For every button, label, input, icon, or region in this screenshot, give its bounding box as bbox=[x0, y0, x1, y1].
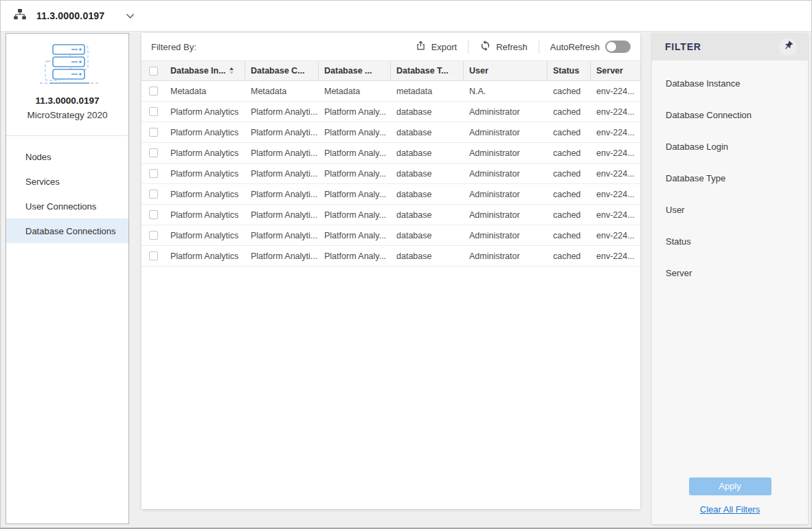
table-cell: Platform Analyti... bbox=[245, 184, 319, 204]
table-row[interactable]: MetadataMetadataMetadatametadataN.A.cach… bbox=[142, 81, 640, 102]
environment-title: 11.3.0000.0197 bbox=[36, 10, 104, 21]
column-header-database-t[interactable]: Database T... bbox=[391, 61, 464, 80]
filter-item-server[interactable]: Server bbox=[652, 257, 808, 289]
refresh-button[interactable]: Refresh bbox=[480, 40, 528, 54]
table-cell: Administrator bbox=[464, 184, 548, 204]
table-cell: Platform Analy... bbox=[319, 184, 391, 204]
table-cell: Metadata bbox=[319, 81, 391, 101]
sidebar-nav: NodesServicesUser ConnectionsDatabase Co… bbox=[6, 136, 128, 243]
table-cell: env-224... bbox=[591, 184, 640, 204]
table-cell: Platform Analy... bbox=[319, 205, 391, 225]
sidebar-item-user-connections[interactable]: User Connections bbox=[6, 194, 128, 218]
pin-button[interactable] bbox=[779, 38, 797, 56]
column-header-database-c[interactable]: Database C... bbox=[245, 61, 319, 80]
server-stack-illustration bbox=[6, 42, 128, 87]
filter-header: FILTER bbox=[652, 33, 808, 60]
export-label: Export bbox=[431, 42, 458, 52]
filter-footer: Apply Clear All Filters bbox=[652, 477, 808, 524]
table-cell: Platform Analy... bbox=[319, 246, 391, 266]
table-cell: metadata bbox=[391, 81, 464, 101]
refresh-icon bbox=[480, 40, 491, 54]
table-cell: Platform Analyti... bbox=[245, 225, 319, 245]
table-cell: Platform Analyti... bbox=[245, 246, 319, 266]
export-button[interactable]: Export bbox=[415, 40, 458, 54]
table-row[interactable]: Platform AnalyticsPlatform Analyti...Pla… bbox=[142, 164, 640, 184]
sidebar-item-services[interactable]: Services bbox=[6, 169, 128, 194]
table-cell: Metadata bbox=[165, 81, 245, 101]
table-cell: cached bbox=[548, 81, 591, 101]
filter-panel: FILTER Database InstanceDatabase Connect… bbox=[652, 33, 808, 524]
row-checkbox[interactable] bbox=[149, 210, 158, 219]
table-cell: database bbox=[391, 102, 464, 122]
table-cell: Administrator bbox=[464, 102, 548, 122]
table-cell: Platform Analytics bbox=[165, 143, 245, 163]
clear-all-filters-link[interactable]: Clear All Filters bbox=[652, 504, 808, 515]
column-header-status[interactable]: Status bbox=[548, 61, 591, 80]
filter-item-database-connection[interactable]: Database Connection bbox=[652, 99, 808, 131]
column-header-server[interactable]: Server bbox=[591, 61, 640, 80]
row-checkbox[interactable] bbox=[149, 251, 158, 260]
table-cell: Platform Analytics bbox=[165, 225, 245, 245]
row-checkbox[interactable] bbox=[149, 148, 158, 157]
top-bar: 11.3.0000.0197 bbox=[1, 1, 811, 32]
sidebar-item-database-connections[interactable]: Database Connections bbox=[6, 218, 128, 243]
table-cell: N.A. bbox=[464, 81, 548, 101]
table-row[interactable]: Platform AnalyticsPlatform Analyti...Pla… bbox=[142, 102, 640, 122]
table-row[interactable]: Platform AnalyticsPlatform Analyti...Pla… bbox=[142, 184, 640, 205]
table-cell: cached bbox=[548, 246, 591, 266]
app-window: 11.3.0000.0197 bbox=[0, 0, 812, 529]
table-cell: env-224... bbox=[591, 122, 640, 142]
table-cell: cached bbox=[548, 205, 591, 225]
column-header-database[interactable]: Database ... bbox=[319, 61, 391, 80]
apply-button[interactable]: Apply bbox=[689, 477, 771, 495]
table-cell: Platform Analytics bbox=[165, 205, 245, 225]
filter-item-database-instance[interactable]: Database Instance bbox=[652, 67, 808, 99]
pin-icon bbox=[783, 41, 793, 54]
table-row[interactable]: Platform AnalyticsPlatform Analyti...Pla… bbox=[142, 122, 640, 143]
table-row[interactable]: Platform AnalyticsPlatform Analyti...Pla… bbox=[142, 246, 640, 267]
table-cell: database bbox=[391, 164, 464, 183]
table-row[interactable]: Platform AnalyticsPlatform Analyti...Pla… bbox=[142, 225, 640, 246]
filter-item-database-type[interactable]: Database Type bbox=[652, 162, 808, 194]
table-row[interactable]: Platform AnalyticsPlatform Analyti...Pla… bbox=[142, 205, 640, 225]
row-checkbox[interactable] bbox=[149, 169, 158, 178]
row-checkbox[interactable] bbox=[149, 190, 158, 199]
table-cell: Platform Analytics bbox=[165, 164, 245, 183]
column-header-user[interactable]: User bbox=[464, 61, 548, 80]
table-cell: Platform Analy... bbox=[319, 102, 391, 122]
table-cell: env-224... bbox=[591, 81, 640, 101]
select-all-checkbox[interactable] bbox=[149, 67, 158, 76]
autorefresh-toggle[interactable] bbox=[605, 41, 631, 53]
table-cell: Platform Analytics bbox=[165, 246, 245, 266]
export-icon bbox=[415, 40, 427, 54]
toolbar-separator bbox=[468, 40, 469, 54]
filter-item-user[interactable]: User bbox=[652, 194, 808, 225]
table-cell: env-224... bbox=[591, 225, 640, 245]
table-cell: Platform Analytics bbox=[165, 102, 245, 122]
filter-item-database-login[interactable]: Database Login bbox=[652, 131, 808, 162]
table-cell: cached bbox=[548, 102, 591, 122]
table-cell: database bbox=[391, 225, 464, 245]
row-checkbox[interactable] bbox=[149, 231, 158, 240]
table-body: MetadataMetadataMetadatametadataN.A.cach… bbox=[142, 81, 640, 267]
table-cell: Platform Analyti... bbox=[245, 102, 319, 122]
sidebar: 11.3.0000.0197 MicroStrategy 2020 NodesS… bbox=[5, 33, 129, 524]
table-cell: Administrator bbox=[464, 122, 548, 142]
row-checkbox[interactable] bbox=[149, 87, 158, 95]
autorefresh-label: AutoRefresh bbox=[550, 42, 600, 52]
toolbar-separator bbox=[539, 40, 539, 54]
column-header-database-in[interactable]: Database In... bbox=[165, 61, 245, 80]
sidebar-item-nodes[interactable]: Nodes bbox=[6, 144, 128, 169]
server-version: 11.3.0000.0197 bbox=[6, 95, 128, 106]
environment-dropdown[interactable] bbox=[125, 11, 135, 21]
filter-item-status[interactable]: Status bbox=[652, 225, 808, 257]
table-cell: Administrator bbox=[464, 205, 548, 225]
table-cell: env-224... bbox=[591, 164, 640, 183]
table-cell: Administrator bbox=[464, 143, 548, 163]
table-cell: Platform Analyti... bbox=[245, 205, 319, 225]
table-cell: cached bbox=[548, 122, 591, 142]
table-row[interactable]: Platform AnalyticsPlatform Analyti...Pla… bbox=[142, 143, 640, 164]
row-checkbox[interactable] bbox=[149, 128, 158, 137]
filtered-by-label: Filtered By: bbox=[151, 42, 196, 52]
row-checkbox[interactable] bbox=[149, 107, 158, 116]
